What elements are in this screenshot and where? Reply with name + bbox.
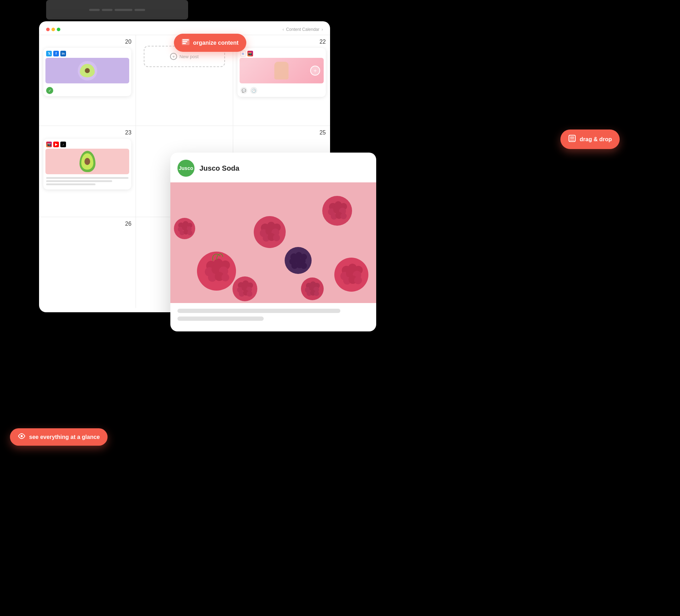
dragdrop-label: drag & drop <box>580 136 612 143</box>
hand-shape <box>274 62 289 79</box>
raspberry-illustration <box>170 182 376 303</box>
melon-seed <box>85 68 90 73</box>
ghost-dash <box>102 9 113 11</box>
svg-rect-1 <box>182 39 189 40</box>
twitter-icon: 𝕏 <box>46 51 52 56</box>
window-controls <box>46 28 60 31</box>
minimize-dot[interactable] <box>51 28 55 31</box>
next-arrow[interactable]: › <box>322 27 323 32</box>
svg-point-18 <box>221 274 229 281</box>
facebook-icon: f <box>53 51 59 56</box>
melon-outer <box>78 61 97 81</box>
calendar-header: ‹ Content Calendar › <box>39 21 330 35</box>
calendar-month-label: Content Calendar <box>286 27 319 32</box>
post-detail-footer <box>170 303 376 331</box>
melon-inner <box>80 64 95 77</box>
maximize-dot[interactable] <box>57 28 60 31</box>
avocado-shape <box>79 151 95 172</box>
card-footer-icons: 💬 🕐 <box>237 86 326 97</box>
day-number-22: 22 <box>237 39 326 45</box>
clock-icon: 🕐 <box>250 87 257 94</box>
svg-point-88 <box>314 291 319 296</box>
drag-drop-badge: drag & drop <box>560 130 620 149</box>
brand-avatar-text: Jusco <box>179 165 193 171</box>
new-post-label: New post <box>179 54 198 59</box>
svg-point-48 <box>340 213 347 219</box>
svg-rect-5 <box>570 136 574 139</box>
svg-rect-2 <box>182 41 187 42</box>
brand-avatar: Jusco <box>177 160 194 177</box>
svg-point-38 <box>301 263 307 269</box>
calendar-cell-23: 23 📷 ▶ ♪ <box>39 126 136 217</box>
day-number-20: 20 <box>43 39 131 45</box>
youtube-icon: ▶ <box>53 142 59 147</box>
ghost-dash <box>115 9 132 11</box>
close-dot[interactable] <box>46 28 50 31</box>
avocado-inner <box>81 153 93 170</box>
ghost-dash <box>135 9 145 11</box>
check-icon: ✓ <box>46 87 53 94</box>
post-card-social-icons-23: 📷 ▶ ♪ <box>43 139 131 149</box>
text-line-2 <box>46 180 112 182</box>
calendar-top-decoration <box>46 0 188 20</box>
svg-point-78 <box>247 291 252 297</box>
ghost-dash <box>89 9 100 11</box>
linkedin-icon: in <box>60 51 66 56</box>
plus-icon: + <box>170 53 177 60</box>
brand-name: Jusco Soda <box>199 164 239 172</box>
svg-rect-3 <box>182 43 186 44</box>
add-circle-icon: ＋ <box>310 66 320 76</box>
prev-arrow[interactable]: ‹ <box>283 27 284 32</box>
melon-image <box>45 58 129 83</box>
calendar-cell-22: 22 G 📸 ＋ 💬 🕐 <box>233 35 330 126</box>
post-card-avocado[interactable]: 📷 ▶ ♪ <box>43 139 131 189</box>
svg-point-7 <box>21 435 23 437</box>
day-number-26: 26 <box>43 221 131 227</box>
footer-line-2 <box>177 317 264 321</box>
post-card-melon[interactable]: 𝕏 f in ✓ <box>43 48 131 96</box>
glance-badge: see everything at a glance <box>10 428 108 446</box>
post-card-social-icons-22: G 📸 <box>237 48 326 58</box>
drag-icon <box>568 134 576 144</box>
calendar-cell-20: 20 𝕏 f in ✓ <box>39 35 136 126</box>
day-number-23: 23 <box>43 130 131 136</box>
organize-icon <box>182 39 190 47</box>
post-text-lines <box>43 176 131 189</box>
svg-point-28 <box>273 234 280 241</box>
glance-label: see everything at a glance <box>29 434 100 440</box>
instagram-icon-23: 📷 <box>46 142 52 147</box>
eye-icon <box>18 433 26 441</box>
instagram-icon: 📸 <box>247 51 253 56</box>
avocado-seed <box>84 158 90 165</box>
svg-point-58 <box>354 276 362 284</box>
tiktok-icon: ♪ <box>60 142 66 147</box>
google-icon: G <box>240 51 246 56</box>
footer-line-1 <box>177 309 340 313</box>
post-detail-header: Jusco Jusco Soda <box>170 153 376 182</box>
organize-content-badge: organize content <box>174 34 246 52</box>
post-detail-image <box>170 182 376 303</box>
text-line-3 <box>46 183 95 185</box>
add-overlay: ＋ <box>310 66 320 76</box>
svg-point-68 <box>187 230 192 235</box>
post-detail-card[interactable]: Jusco Jusco Soda <box>170 153 376 331</box>
text-line-1 <box>46 177 128 179</box>
day-number-25: 25 <box>237 130 326 136</box>
organize-label: organize content <box>193 40 238 46</box>
post-card-pink[interactable]: G 📸 ＋ 💬 🕐 <box>237 48 326 97</box>
post-card-check: ✓ <box>43 86 131 96</box>
comment-icon: 💬 <box>240 87 247 94</box>
pink-hand-image: ＋ <box>240 58 324 83</box>
post-card-social-icons: 𝕏 f in <box>43 48 131 58</box>
calendar-cell-26: 26 <box>39 217 136 308</box>
avocado-image <box>45 149 129 174</box>
calendar-nav: ‹ Content Calendar › <box>283 27 323 32</box>
